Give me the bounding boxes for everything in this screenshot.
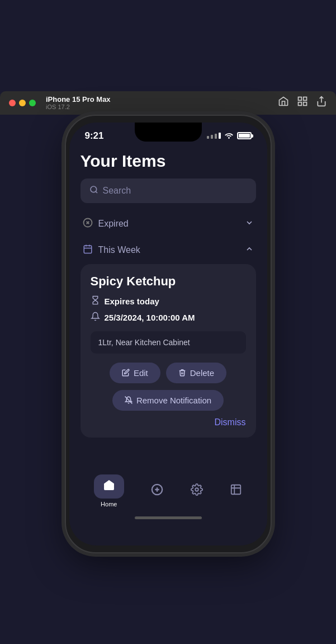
status-bar: 9:21	[69, 123, 267, 144]
add-nav-icon	[151, 483, 163, 499]
thisweek-label: This Week	[98, 245, 140, 255]
search-bar[interactable]: Search	[81, 178, 256, 203]
settings-nav-icon	[191, 483, 203, 499]
svg-point-18	[195, 488, 198, 491]
phone-body: 9:21 You	[65, 115, 272, 553]
home-nav-icon	[103, 481, 115, 493]
mac-titlebar: iPhone 15 Pro Max iOS 17.2	[0, 91, 336, 115]
phone-screen: 9:21 You	[69, 123, 267, 546]
search-icon	[89, 185, 98, 196]
nav-settings[interactable]	[191, 483, 203, 499]
item-notification-row: 25/3/2024, 10:00:00 AM	[91, 312, 246, 323]
remove-notification-row: Remove Notification	[91, 390, 246, 411]
signal-icon	[207, 133, 221, 139]
expired-chevron-icon	[245, 218, 254, 229]
device-info: iPhone 15 Pro Max iOS 17.2	[46, 95, 111, 110]
section-expired[interactable]: Expired	[81, 212, 256, 236]
item-notification-time: 25/3/2024, 10:00:00 AM	[105, 313, 195, 322]
nav-home-label: Home	[101, 501, 117, 507]
svg-rect-1	[304, 97, 307, 101]
remove-notification-button[interactable]: Remove Notification	[112, 390, 224, 411]
home-indicator	[135, 516, 202, 519]
bottom-nav: Home	[69, 467, 267, 512]
item-name: Spicy Ketchup	[91, 274, 246, 289]
section-expired-left: Expired	[83, 218, 129, 231]
item-expires-text: Expires today	[105, 297, 159, 306]
svg-rect-3	[304, 102, 307, 106]
thisweek-icon	[83, 244, 93, 256]
nav-scan[interactable]	[230, 483, 242, 499]
svg-line-6	[96, 191, 97, 193]
section-thisweek[interactable]: This Week	[81, 238, 256, 262]
status-right-icons	[207, 131, 252, 140]
thisweek-chevron-icon	[245, 245, 254, 256]
dismiss-button[interactable]: Dismiss	[215, 417, 246, 427]
expired-label: Expired	[98, 219, 129, 229]
svg-point-5	[91, 186, 97, 192]
edit-button[interactable]: Edit	[110, 363, 160, 383]
svg-line-14	[125, 397, 132, 404]
titlebar-icons	[278, 96, 327, 110]
bell-icon	[91, 312, 100, 323]
screenshot-icon[interactable]	[297, 96, 308, 110]
scan-nav-icon	[230, 483, 242, 499]
share-icon[interactable]	[316, 96, 327, 110]
minimize-dot[interactable]	[19, 100, 26, 106]
close-dot[interactable]	[9, 100, 16, 106]
os-version: iOS 17.2	[46, 104, 111, 110]
mac-window-controls	[9, 100, 36, 106]
remove-notification-label: Remove Notification	[136, 396, 211, 405]
device-name: iPhone 15 Pro Max	[46, 95, 111, 104]
edit-label: Edit	[134, 368, 148, 378]
battery-icon	[237, 132, 252, 139]
item-expires-row: Expires today	[91, 295, 246, 307]
nav-add[interactable]	[151, 483, 163, 499]
delete-label: Delete	[190, 368, 214, 378]
svg-rect-2	[299, 102, 302, 106]
item-location: 1Ltr, Near Kitchen Cabinet	[91, 331, 246, 354]
delete-button[interactable]: Delete	[166, 363, 226, 383]
expired-icon	[83, 218, 93, 231]
action-row: Edit Delete	[91, 363, 246, 383]
dismiss-row: Dismiss	[91, 417, 246, 427]
search-placeholder: Search	[103, 186, 131, 196]
item-card: Spicy Ketchup Expires today 25/3/2024, 1…	[81, 264, 256, 438]
svg-rect-0	[299, 97, 302, 101]
section-thisweek-left: This Week	[83, 244, 140, 256]
wifi-icon	[224, 131, 234, 140]
hourglass-icon	[91, 295, 100, 307]
home-icon[interactable]	[278, 96, 289, 110]
svg-rect-10	[84, 246, 92, 253]
nav-home[interactable]: Home	[94, 474, 124, 507]
status-time: 9:21	[85, 130, 104, 142]
page-title: Your Items	[81, 152, 256, 171]
maximize-dot[interactable]	[29, 100, 36, 106]
app-content: Your Items Search Expired	[69, 144, 267, 455]
